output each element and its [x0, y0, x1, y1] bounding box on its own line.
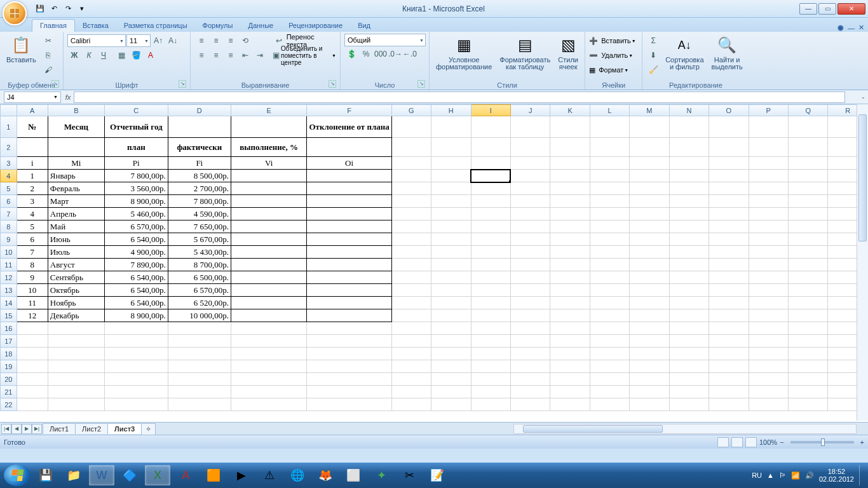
cell-F9[interactable]	[307, 233, 391, 246]
cell-K19[interactable]	[550, 360, 590, 373]
cell-A12[interactable]: 9	[17, 271, 48, 284]
cell-C3[interactable]: Pi	[104, 157, 168, 170]
cell-J13[interactable]	[510, 284, 550, 297]
cell-G12[interactable]	[391, 271, 431, 284]
delete-cells-button[interactable]: ➖ Удалить▼	[589, 48, 633, 62]
cell-P17[interactable]	[749, 335, 788, 348]
clear-button[interactable]: 🧹	[646, 63, 660, 77]
conditional-formatting-button[interactable]: ▦Условное форматирование	[433, 34, 494, 72]
taskbar-app2-icon[interactable]: A	[173, 465, 198, 485]
cell-D12[interactable]: 6 500,00р.	[168, 271, 231, 284]
new-sheet-button[interactable]: ✧	[141, 423, 156, 435]
cell-P10[interactable]	[749, 246, 788, 259]
cell-M19[interactable]	[630, 360, 669, 373]
cell-K9[interactable]	[550, 233, 590, 246]
cell-N14[interactable]	[669, 297, 709, 309]
cell-E10[interactable]	[231, 246, 307, 259]
cell-M14[interactable]	[630, 297, 669, 309]
cell-styles-button[interactable]: ▧Стили ячеек	[555, 34, 581, 72]
cell-J22[interactable]	[510, 398, 550, 411]
taskbar-app6-icon[interactable]: ✦	[369, 465, 394, 485]
cell-Q3[interactable]	[788, 157, 827, 170]
align-left-button[interactable]: ≡	[194, 48, 208, 62]
cell-F19[interactable]	[307, 360, 391, 373]
cell-I18[interactable]	[471, 348, 510, 360]
bold-button[interactable]: Ж	[67, 48, 81, 62]
cell-O13[interactable]	[709, 284, 749, 297]
ribbon-tab-1[interactable]: Вставка	[75, 20, 116, 32]
col-header-M[interactable]: M	[630, 105, 669, 116]
row-header-3[interactable]: 3	[1, 157, 17, 170]
cell-P5[interactable]	[749, 182, 788, 195]
cell-C2[interactable]: план	[104, 138, 168, 157]
maximize-button[interactable]: ▭	[818, 3, 836, 15]
cell-G14[interactable]	[391, 297, 431, 309]
cell-I1[interactable]	[471, 116, 510, 138]
cell-F7[interactable]	[307, 208, 391, 220]
row-header-14[interactable]: 14	[1, 297, 17, 309]
row-header-19[interactable]: 19	[1, 360, 17, 373]
cell-M22[interactable]	[630, 398, 669, 411]
cell-J14[interactable]	[510, 297, 550, 309]
cell-N15[interactable]	[669, 309, 709, 322]
cell-D1[interactable]	[168, 116, 231, 138]
alignment-dialog-icon[interactable]: ↘	[329, 80, 336, 88]
cell-I3[interactable]	[471, 157, 510, 170]
cell-F1[interactable]: Отклонение от плана	[307, 116, 391, 138]
cell-N5[interactable]	[669, 182, 709, 195]
row-header-13[interactable]: 13	[1, 284, 17, 297]
cell-A4[interactable]: 1	[17, 170, 48, 182]
cell-M15[interactable]	[630, 309, 669, 322]
italic-button[interactable]: К	[82, 48, 96, 62]
cell-P7[interactable]	[749, 208, 788, 220]
cell-I22[interactable]	[471, 398, 510, 411]
cell-C8[interactable]: 6 570,00р.	[104, 220, 168, 233]
cell-H20[interactable]	[431, 373, 471, 386]
cell-P1[interactable]	[749, 116, 788, 138]
ribbon-tab-5[interactable]: Рецензирование	[281, 20, 350, 32]
cell-N8[interactable]	[669, 220, 709, 233]
cell-C20[interactable]	[104, 373, 168, 386]
align-center-button[interactable]: ≡	[209, 48, 223, 62]
currency-button[interactable]: 💲	[344, 47, 358, 61]
col-header-E[interactable]: E	[231, 105, 307, 116]
cell-J10[interactable]	[510, 246, 550, 259]
row-header-2[interactable]: 2	[1, 138, 17, 157]
cell-J20[interactable]	[510, 373, 550, 386]
cell-J15[interactable]	[510, 309, 550, 322]
cell-L22[interactable]	[590, 398, 629, 411]
cell-O6[interactable]	[709, 195, 749, 208]
cell-N9[interactable]	[669, 233, 709, 246]
cell-G8[interactable]	[391, 220, 431, 233]
cell-E9[interactable]	[231, 233, 307, 246]
cell-P11[interactable]	[749, 259, 788, 271]
cell-N11[interactable]	[669, 259, 709, 271]
cell-F3[interactable]: Oi	[307, 157, 391, 170]
cell-F15[interactable]	[307, 309, 391, 322]
app-close-icon[interactable]: ✕	[858, 24, 864, 32]
cell-E17[interactable]	[231, 335, 307, 348]
row-header-20[interactable]: 20	[1, 373, 17, 386]
row-header-22[interactable]: 22	[1, 398, 17, 411]
worksheet-grid[interactable]: ABCDEFGHIJKLMNOPQR1№МесяцОтчетный годОтк…	[0, 104, 868, 422]
ribbon-tab-3[interactable]: Формулы	[195, 20, 241, 32]
cell-Q21[interactable]	[788, 386, 827, 398]
underline-button[interactable]: Ч	[97, 48, 111, 62]
cell-M21[interactable]	[630, 386, 669, 398]
zoom-in-button[interactable]: +	[860, 438, 864, 446]
cell-B18[interactable]	[48, 348, 104, 360]
cell-M9[interactable]	[630, 233, 669, 246]
cell-P3[interactable]	[749, 157, 788, 170]
shrink-font-button[interactable]: A↓	[166, 34, 180, 48]
ribbon-tab-2[interactable]: Разметка страницы	[116, 20, 195, 32]
cell-A19[interactable]	[17, 360, 48, 373]
cell-D13[interactable]: 6 570,00р.	[168, 284, 231, 297]
tray-flag-icon[interactable]: 🏳	[779, 471, 786, 479]
cell-D18[interactable]	[168, 348, 231, 360]
cell-L1[interactable]	[590, 116, 629, 138]
taskbar-app3-icon[interactable]: 🟧	[201, 465, 226, 485]
cell-I2[interactable]	[471, 138, 510, 157]
cell-H22[interactable]	[431, 398, 471, 411]
cell-N3[interactable]	[669, 157, 709, 170]
cell-F22[interactable]	[307, 398, 391, 411]
